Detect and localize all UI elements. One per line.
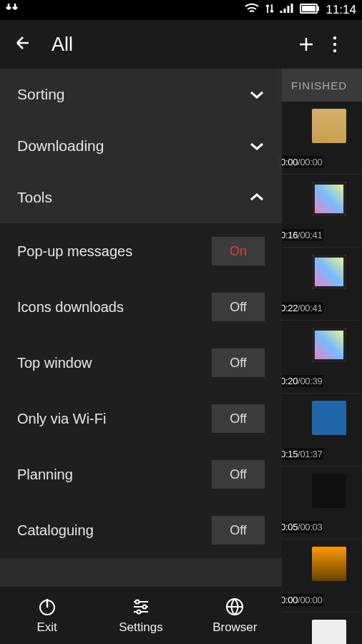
thumbnail-icon xyxy=(312,182,346,216)
svg-point-7 xyxy=(135,600,139,604)
svg-point-4 xyxy=(333,43,336,46)
section-label: Downloading xyxy=(17,137,104,155)
chevron-up-icon xyxy=(249,189,265,206)
drawer-section-sorting[interactable]: Sorting xyxy=(0,69,282,120)
tool-item: Pop-up messages On xyxy=(0,223,282,279)
tool-item: Top window Off xyxy=(0,335,282,391)
list-item[interactable]: 0:22/00:41 xyxy=(276,248,362,321)
thumbnail-icon xyxy=(312,547,346,581)
svg-rect-2 xyxy=(302,6,315,11)
battery-icon xyxy=(300,3,320,18)
thumbnail-icon xyxy=(312,328,346,362)
tool-label: Cataloguing xyxy=(17,522,94,539)
section-label: Tools xyxy=(17,189,52,206)
tool-item: Planning Off xyxy=(0,447,282,502)
toggle-button[interactable]: Off xyxy=(212,404,265,433)
svg-point-5 xyxy=(333,49,336,52)
tool-item: Only via Wi-Fi Off xyxy=(0,391,282,447)
thumbnail-icon xyxy=(312,109,346,143)
settings-drawer: Sorting Downloading Tools Pop-up message… xyxy=(0,69,282,587)
toggle-button[interactable]: Off xyxy=(212,516,265,545)
time-badge: 0:20/00:39 xyxy=(276,375,323,387)
nav-label: Settings xyxy=(119,620,162,635)
section-label: Sorting xyxy=(17,86,65,103)
page-title: All xyxy=(52,34,73,56)
overflow-menu-icon[interactable] xyxy=(321,35,349,54)
action-bar: All xyxy=(0,20,362,69)
tool-label: Top window xyxy=(17,355,92,371)
toggle-button[interactable]: Off xyxy=(212,460,265,489)
wifi-icon xyxy=(244,2,260,19)
background-list: FINISHED 0:00/00:00 0:16/00:41 0:22/00:4… xyxy=(276,69,362,644)
list-item[interactable]: 0:20/00:39 xyxy=(276,321,362,394)
nav-label: Browser xyxy=(212,620,257,635)
tool-label: Only via Wi-Fi xyxy=(17,411,106,427)
tool-label: Icons downloads xyxy=(17,299,124,316)
tool-label: Pop-up messages xyxy=(17,243,132,260)
toggle-button[interactable]: Off xyxy=(212,293,265,321)
drawer-section-downloading[interactable]: Downloading xyxy=(0,120,282,172)
svg-rect-1 xyxy=(318,6,319,11)
svg-point-3 xyxy=(333,36,336,39)
toggle-button[interactable]: On xyxy=(212,237,265,265)
thumbnail-icon xyxy=(312,255,346,289)
svg-point-8 xyxy=(142,605,146,609)
thumbnail-icon xyxy=(312,620,346,644)
time-badge: 0:05/00:03 xyxy=(276,521,323,533)
list-item[interactable]: 0:05/00:03 xyxy=(276,467,362,540)
time-badge: 0:00/00:00 xyxy=(276,594,323,606)
list-item[interactable]: 0:00/00:00 xyxy=(276,613,362,644)
toggle-button[interactable]: Off xyxy=(212,348,265,377)
nav-browser[interactable]: Browser xyxy=(188,587,282,644)
svg-point-9 xyxy=(137,610,140,614)
time-badge: 0:22/00:41 xyxy=(276,302,323,314)
data-arrows-icon xyxy=(265,3,274,18)
list-item[interactable]: 0:00/00:00 xyxy=(276,102,362,175)
thumbnail-icon xyxy=(312,474,346,508)
tool-item: Cataloguing Off xyxy=(0,502,282,558)
drawer-section-tools[interactable]: Tools xyxy=(0,172,282,223)
time-badge: 0:15/01:37 xyxy=(276,448,323,460)
download-indicator-icon xyxy=(6,2,20,19)
back-icon[interactable] xyxy=(13,33,33,56)
bottom-nav: Exit Settings Browser xyxy=(0,587,282,644)
thumbnail-icon xyxy=(312,401,346,435)
status-bar: 11:14 xyxy=(0,0,362,20)
chevron-down-icon xyxy=(249,86,265,103)
nav-label: Exit xyxy=(36,620,57,635)
status-time: 11:14 xyxy=(326,3,356,17)
list-item[interactable]: 0:16/00:41 xyxy=(276,175,362,248)
tool-item: Icons downloads Off xyxy=(0,279,282,335)
add-icon[interactable] xyxy=(292,34,321,54)
tool-label: Planning xyxy=(17,467,73,483)
nav-settings[interactable]: Settings xyxy=(94,587,187,644)
signal-icon xyxy=(280,3,294,18)
nav-exit[interactable]: Exit xyxy=(0,587,94,644)
chevron-down-icon xyxy=(249,137,265,155)
list-item[interactable]: 0:00/00:00 xyxy=(276,540,362,613)
time-badge: 0:00/00:00 xyxy=(276,156,323,168)
tab-finished[interactable]: FINISHED xyxy=(276,69,362,102)
list-item[interactable]: 0:15/01:37 xyxy=(276,394,362,467)
time-badge: 0:16/00:41 xyxy=(276,229,323,241)
